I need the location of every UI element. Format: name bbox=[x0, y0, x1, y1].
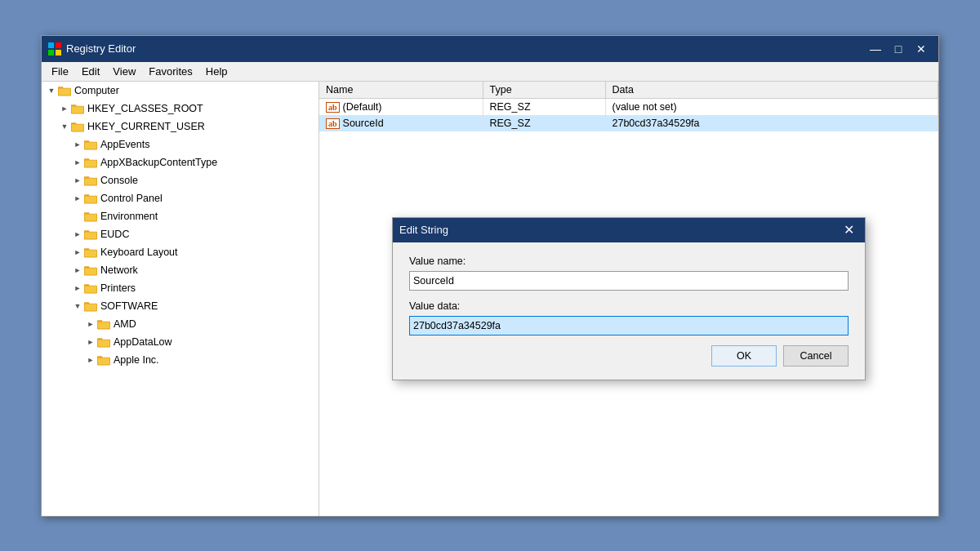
close-button[interactable]: ✕ bbox=[911, 40, 932, 58]
tree-label-printers: Printers bbox=[100, 282, 136, 294]
svg-rect-0 bbox=[48, 42, 54, 48]
tree-item-appleinc[interactable]: ► Apple Inc. bbox=[42, 351, 318, 369]
table-row-sourceid[interactable]: abSourceId REG_SZ 27b0cd37a34529fa bbox=[319, 115, 938, 131]
menu-help[interactable]: Help bbox=[199, 64, 234, 79]
main-pane: Name Type Data ab(Default) REG_SZ (value… bbox=[319, 82, 938, 516]
arrow-appleinc: ► bbox=[84, 353, 97, 367]
row-type-default: REG_SZ bbox=[483, 98, 605, 115]
menu-favorites[interactable]: Favorites bbox=[142, 64, 198, 79]
svg-rect-51 bbox=[98, 358, 109, 364]
arrow-controlpanel: ► bbox=[71, 192, 84, 205]
folder-icon-console bbox=[84, 174, 97, 187]
tree-item-controlpanel[interactable]: ► Control Panel bbox=[42, 189, 318, 207]
tree-label-environment: Environment bbox=[100, 211, 158, 222]
folder-icon-amd bbox=[97, 318, 110, 331]
table-row[interactable]: ab(Default) REG_SZ (value not set) bbox=[319, 98, 938, 115]
tree-item-hkcu[interactable]: ▼ HKEY_CURRENT_USER bbox=[42, 118, 318, 136]
dialog-title-bar: Edit String ✕ bbox=[393, 218, 865, 242]
folder-icon-environment bbox=[84, 210, 97, 223]
tree-item-computer[interactable]: ▼ Computer bbox=[42, 82, 318, 100]
svg-rect-3 bbox=[56, 50, 61, 56]
tree-label-appevents: AppEvents bbox=[100, 139, 149, 150]
title-bar-text: Registry Editor bbox=[66, 42, 860, 55]
dialog-close-button[interactable]: ✕ bbox=[839, 221, 858, 239]
row-name-sourceid: abSourceId bbox=[319, 115, 483, 131]
tree-item-environment[interactable]: ► Environment bbox=[42, 207, 318, 225]
svg-rect-2 bbox=[48, 50, 54, 56]
arrow-computer: ▼ bbox=[45, 84, 58, 97]
folder-icon-software bbox=[84, 300, 97, 313]
tree-item-appevents[interactable]: ► AppEvents bbox=[42, 136, 318, 153]
tree-item-appdatalow[interactable]: ► AppDataLow bbox=[42, 333, 318, 351]
ok-button[interactable]: OK bbox=[711, 345, 777, 367]
title-bar: Registry Editor — □ ✕ bbox=[42, 36, 938, 62]
arrow-hkcr: ► bbox=[58, 102, 71, 115]
svg-rect-1 bbox=[56, 42, 61, 48]
dialog-body: Value name: Value data: OK Cancel bbox=[393, 242, 865, 380]
tree-label-software: SOFTWARE bbox=[100, 300, 158, 312]
registry-table: Name Type Data ab(Default) REG_SZ (value… bbox=[319, 82, 938, 131]
tree-label-eudc: EUDC bbox=[100, 229, 129, 240]
col-header-type: Type bbox=[483, 82, 605, 99]
svg-rect-24 bbox=[85, 196, 96, 202]
arrow-network: ► bbox=[71, 264, 84, 277]
svg-rect-15 bbox=[85, 142, 96, 149]
dialog-title-text: Edit String bbox=[399, 224, 448, 236]
minimize-button[interactable]: — bbox=[865, 40, 886, 58]
arrow-software: ▼ bbox=[71, 300, 84, 313]
menu-view[interactable]: View bbox=[106, 64, 142, 79]
svg-rect-33 bbox=[85, 250, 96, 256]
folder-icon-appdatalow bbox=[97, 335, 110, 349]
tree-label-network: Network bbox=[100, 264, 138, 276]
row-data-default: (value not set) bbox=[605, 98, 938, 115]
folder-icon-printers bbox=[84, 282, 97, 295]
value-name-input[interactable] bbox=[409, 271, 849, 291]
tree-item-amd[interactable]: ► AMD bbox=[42, 315, 318, 333]
folder-icon-computer bbox=[58, 84, 71, 97]
arrow-appdatalow: ► bbox=[84, 335, 97, 349]
svg-rect-27 bbox=[85, 214, 96, 220]
registry-editor-window: Registry Editor — □ ✕ File Edit View Fav… bbox=[41, 35, 939, 517]
folder-icon-appevents bbox=[84, 138, 97, 151]
arrow-hkcu: ▼ bbox=[58, 120, 71, 133]
tree-item-console[interactable]: ► Console bbox=[42, 171, 318, 189]
tree-item-printers[interactable]: ► Printers bbox=[42, 279, 318, 297]
folder-icon-controlpanel bbox=[84, 192, 97, 205]
svg-rect-36 bbox=[85, 268, 96, 274]
content-area: ▼ Computer ► bbox=[42, 82, 938, 516]
tree-label-appxbackup: AppXBackupContentType bbox=[100, 157, 217, 168]
tree-item-keyboardlayout[interactable]: ► Keyboard Layout bbox=[42, 243, 318, 261]
arrow-console: ► bbox=[71, 174, 84, 187]
arrow-keyboardlayout: ► bbox=[71, 246, 84, 259]
maximize-button[interactable]: □ bbox=[888, 40, 909, 58]
folder-icon-keyboardlayout bbox=[84, 246, 97, 259]
svg-rect-39 bbox=[85, 286, 96, 292]
tree-item-hkcr[interactable]: ► HKEY_CLASSES_ROOT bbox=[42, 100, 318, 118]
svg-rect-9 bbox=[72, 106, 83, 113]
tree-item-network[interactable]: ► Network bbox=[42, 261, 318, 279]
reg-ab-icon-2: ab bbox=[326, 118, 340, 129]
svg-rect-12 bbox=[72, 124, 83, 131]
menu-edit[interactable]: Edit bbox=[75, 64, 106, 79]
arrow-amd: ► bbox=[84, 318, 97, 331]
svg-rect-6 bbox=[59, 88, 70, 95]
tree-label-keyboardlayout: Keyboard Layout bbox=[100, 247, 178, 258]
cancel-button[interactable]: Cancel bbox=[783, 345, 849, 367]
tree-item-software[interactable]: ▼ SOFTWARE bbox=[42, 297, 318, 315]
row-type-sourceid: REG_SZ bbox=[483, 115, 605, 131]
arrow-printers: ► bbox=[71, 282, 84, 295]
value-name-label: Value name: bbox=[409, 256, 849, 267]
arrow-appevents: ► bbox=[71, 138, 84, 151]
value-data-input[interactable] bbox=[409, 316, 849, 335]
col-header-name: Name bbox=[319, 82, 483, 99]
folder-icon-network bbox=[84, 264, 97, 277]
folder-icon-hkcr bbox=[71, 102, 84, 115]
tree-label-appleinc: Apple Inc. bbox=[114, 354, 159, 366]
dialog-overlay: Edit String ✕ Value name: Value data: OK… bbox=[319, 82, 938, 516]
menu-file[interactable]: File bbox=[45, 64, 75, 79]
edit-string-dialog: Edit String ✕ Value name: Value data: OK… bbox=[392, 217, 866, 380]
folder-icon-appxbackup bbox=[84, 156, 97, 169]
folder-icon-hkcu bbox=[71, 120, 84, 133]
tree-item-appxbackup[interactable]: ► AppXBackupContentType bbox=[42, 153, 318, 171]
tree-item-eudc[interactable]: ► EUDC bbox=[42, 225, 318, 243]
